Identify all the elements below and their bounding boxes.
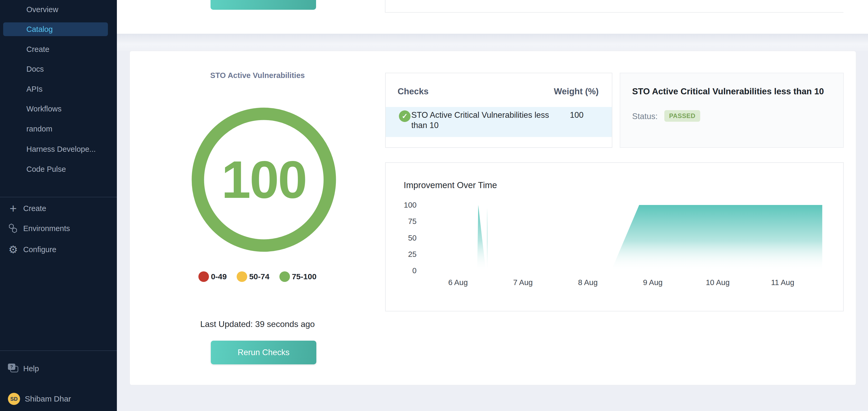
- plus-icon: +: [7, 203, 19, 214]
- sidebar-divider-top: [0, 197, 117, 197]
- help-label: Help: [23, 364, 39, 373]
- avatar: SD: [8, 393, 20, 405]
- check-row[interactable]: ✓ STO Active Critical Vulnerabilities le…: [386, 107, 612, 137]
- sidebar-divider-bottom: [0, 350, 117, 351]
- x-tick: 11 Aug: [771, 278, 794, 287]
- sidebar-item-catalog[interactable]: Catalog: [3, 23, 108, 36]
- legend-label: 50-74: [249, 272, 269, 281]
- sidebar-action-environments[interactable]: Environments: [0, 221, 117, 235]
- previous-rerun-button-fragment[interactable]: [211, 0, 316, 10]
- score-legend: 0-49 50-74 75-100: [130, 271, 385, 282]
- user-name: Shibam Dhar: [25, 395, 71, 403]
- scorecard-card: STO Active Vulnerabilities 100 0-49 50-7…: [129, 51, 856, 385]
- sidebar-help[interactable]: ? Help: [0, 362, 117, 375]
- section-gap: [117, 34, 868, 51]
- sidebar-item-apis[interactable]: APIs: [3, 82, 108, 96]
- scorecard-title: STO Active Vulnerabilities: [130, 71, 385, 80]
- x-tick: 7 Aug: [513, 278, 533, 287]
- help-chat-icon: ?: [7, 363, 19, 374]
- legend-item-green: 75-100: [279, 271, 316, 282]
- sidebar-item-code-pulse[interactable]: Code Pulse: [3, 162, 108, 176]
- status-label: Status:: [632, 112, 658, 121]
- sidebar-action-label: Environments: [23, 224, 70, 233]
- legend-dot-green: [279, 271, 290, 282]
- sidebar-item-workflows[interactable]: Workflows: [3, 102, 108, 116]
- sidebar-action-configure[interactable]: ⚙ Configure: [0, 243, 117, 256]
- area-chart: [386, 163, 843, 311]
- sidebar-action-label: Create: [23, 204, 46, 213]
- score-value: 100: [191, 107, 336, 252]
- hexagons-icon: [7, 222, 19, 234]
- weight-column-header: Weight (%): [554, 87, 599, 96]
- sidebar-action-create[interactable]: + Create: [0, 202, 117, 215]
- rerun-checks-button[interactable]: Rerun Checks: [211, 341, 316, 364]
- legend-item-yellow: 50-74: [237, 271, 269, 282]
- check-circle-icon: ✓: [399, 110, 410, 122]
- checks-column-header: Checks: [398, 87, 429, 96]
- previous-scorecard-fragment: [117, 0, 868, 34]
- score-gauge: 100: [191, 107, 336, 252]
- sidebar-item-overview[interactable]: Overview: [3, 3, 108, 16]
- legend-label: 75-100: [292, 272, 316, 281]
- gear-icon: ⚙: [7, 244, 19, 255]
- user-menu[interactable]: SD Shibam Dhar: [0, 391, 117, 406]
- last-updated-text: Last Updated: 39 seconds ago: [130, 319, 385, 329]
- status-badge: PASSED: [664, 110, 700, 122]
- check-weight: 100: [570, 110, 584, 120]
- x-tick: 10 Aug: [706, 278, 730, 287]
- legend-dot-red: [198, 271, 209, 282]
- x-tick: 6 Aug: [448, 278, 468, 287]
- checks-panel: Checks Weight (%) ✓ STO Active Critical …: [385, 73, 612, 148]
- svg-text:?: ?: [10, 364, 13, 369]
- x-tick: 8 Aug: [578, 278, 597, 287]
- improvement-chart-panel: Improvement Over Time 100 75 50 25 0 6 A…: [385, 162, 844, 311]
- sidebar-item-harness-developer[interactable]: Harness Develope...: [3, 142, 108, 156]
- x-tick: 9 Aug: [643, 278, 662, 287]
- sidebar-action-label: Configure: [23, 245, 57, 254]
- legend-dot-yellow: [237, 271, 247, 282]
- previous-panel-fragment: [385, 0, 843, 13]
- check-name: STO Active Critical Vulnerabilities less…: [411, 110, 564, 130]
- check-detail-panel: STO Active Critical Vulnerabilities less…: [620, 73, 844, 148]
- sidebar-item-random[interactable]: random: [3, 122, 108, 136]
- check-detail-title: STO Active Critical Vulnerabilities less…: [632, 87, 824, 96]
- sidebar: Overview Catalog Create Docs APIs Workfl…: [0, 0, 117, 411]
- sidebar-item-create[interactable]: Create: [3, 42, 108, 56]
- legend-label: 0-49: [211, 272, 227, 281]
- legend-item-red: 0-49: [198, 271, 227, 282]
- sidebar-item-docs[interactable]: Docs: [3, 62, 108, 76]
